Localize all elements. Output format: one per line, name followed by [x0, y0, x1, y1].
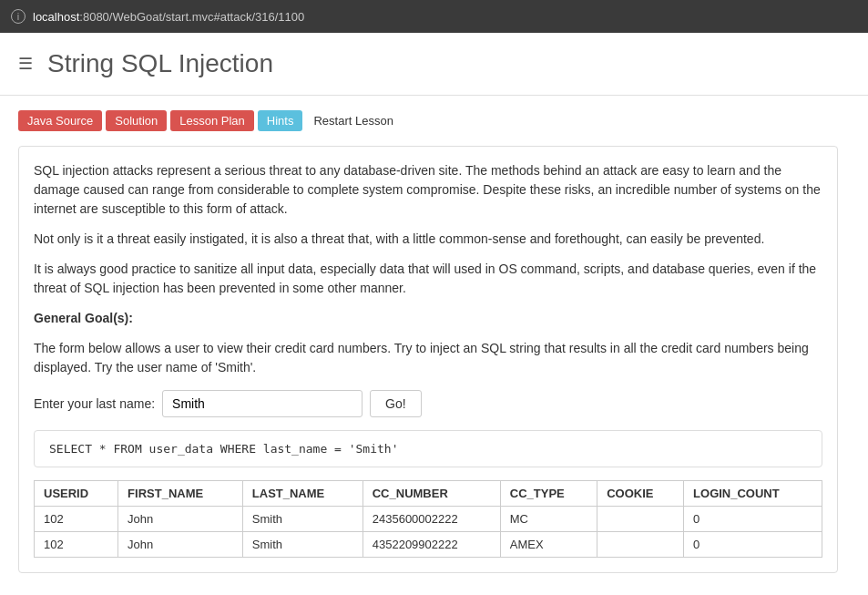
description-card: SQL injection attacks represent a seriou… — [18, 146, 838, 573]
col-last-name: LAST_NAME — [242, 481, 363, 507]
col-cc-type: CC_TYPE — [500, 481, 597, 507]
url-host: localhost — [33, 10, 79, 24]
goal-text: The form below allows a user to view the… — [34, 339, 822, 377]
table-cell: John — [118, 507, 243, 532]
sql-display: SELECT * FROM user_data WHERE last_name … — [34, 430, 822, 467]
page-title: String SQL Injection — [47, 49, 273, 78]
table-cell: Smith — [242, 532, 363, 558]
last-name-input[interactable] — [162, 390, 363, 417]
goal-label: General Goal(s): — [34, 311, 133, 325]
col-userid: USERID — [35, 481, 118, 507]
table-cell — [597, 507, 684, 532]
table-cell: MC — [500, 507, 597, 532]
url-bar: localhost:8080/WebGoat/start.mvc#attack/… — [33, 10, 304, 24]
table-cell: John — [118, 532, 243, 558]
table-row: 102JohnSmith4352209902222AMEX0 — [35, 532, 822, 558]
description-para1: SQL injection attacks represent a seriou… — [34, 161, 822, 219]
col-cookie: COOKIE — [597, 481, 684, 507]
table-cell: 0 — [684, 507, 822, 532]
app-header: ☰ String SQL Injection — [0, 33, 868, 96]
last-name-label: Enter your last name: — [34, 396, 155, 411]
table-cell: 2435600002222 — [363, 507, 500, 532]
table-cell: 102 — [35, 507, 118, 532]
table-cell: AMEX — [500, 532, 597, 558]
main-content: Java Source Solution Lesson Plan Hints R… — [0, 96, 856, 588]
table-cell — [597, 532, 684, 558]
table-cell: 102 — [35, 532, 118, 558]
table-cell: Smith — [242, 507, 363, 532]
url-path: :8080/WebGoat/start.mvc#attack/316/1100 — [79, 10, 304, 24]
description-para2: Not only is it a threat easily instigate… — [34, 230, 822, 249]
col-login-count: LOGIN_COUNT — [684, 481, 822, 507]
table-row: 102JohnSmith2435600002222MC0 — [35, 507, 822, 532]
lesson-plan-button[interactable]: Lesson Plan — [170, 110, 254, 131]
info-icon: i — [11, 9, 26, 24]
table-cell: 0 — [684, 532, 822, 558]
hamburger-icon[interactable]: ☰ — [18, 54, 33, 74]
solution-button[interactable]: Solution — [106, 110, 167, 131]
results-table: USERID FIRST_NAME LAST_NAME CC_NUMBER CC… — [34, 480, 822, 558]
goal-section: General Goal(s): — [34, 309, 822, 328]
hints-button[interactable]: Hints — [258, 110, 303, 131]
form-row: Enter your last name: Go! — [34, 390, 822, 417]
table-cell: 4352209902222 — [363, 532, 500, 558]
go-button[interactable]: Go! — [370, 390, 422, 417]
browser-bar: i localhost:8080/WebGoat/start.mvc#attac… — [0, 0, 868, 33]
java-source-button[interactable]: Java Source — [18, 110, 102, 131]
toolbar: Java Source Solution Lesson Plan Hints R… — [18, 110, 838, 131]
table-header-row: USERID FIRST_NAME LAST_NAME CC_NUMBER CC… — [35, 481, 822, 507]
description-para3: It is always good practice to sanitize a… — [34, 260, 822, 298]
col-first-name: FIRST_NAME — [118, 481, 243, 507]
restart-lesson-button[interactable]: Restart Lesson — [306, 110, 400, 131]
col-cc-number: CC_NUMBER — [363, 481, 500, 507]
